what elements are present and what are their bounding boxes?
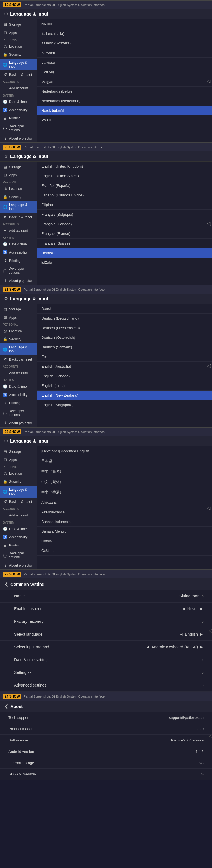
sidebar-item-accessibility[interactable]: ♿ Accessibility: [0, 248, 37, 256]
nav-right-arrow[interactable]: ►: [200, 607, 204, 611]
sidebar-item-datetime[interactable]: 🕐 Date & time: [0, 525, 37, 533]
sidebar-item-printing[interactable]: 🖨 Printing: [0, 256, 37, 265]
sidebar-item-printing[interactable]: 🖨 Printing: [0, 541, 37, 549]
sidebar-item-backup[interactable]: ↺ Backup & reset: [0, 498, 37, 506]
back-button[interactable]: ❮: [4, 581, 8, 587]
sidebar-item-language[interactable]: 🌐 Language & input: [0, 343, 37, 355]
sidebar-item-apps[interactable]: ⊞ Apps: [0, 29, 37, 37]
language-item[interactable]: English (Singapore): [37, 400, 212, 410]
sidebar-item-add-account[interactable]: + Add account: [0, 84, 37, 92]
language-item[interactable]: Lietuvių: [37, 67, 212, 77]
sidebar-item-about[interactable]: ℹ About projector: [0, 277, 37, 285]
common-row-4[interactable]: Select input method ◄ Android Keyboard (…: [0, 641, 212, 653]
language-item[interactable]: Eesti: [37, 352, 212, 362]
sidebar-item-developer[interactable]: { } Developer options: [0, 407, 37, 419]
language-item[interactable]: 中文（香港）: [37, 487, 212, 498]
nav-left-arrow[interactable]: ◄: [146, 645, 150, 649]
language-item[interactable]: 中文（繁体）: [37, 477, 212, 487]
language-list[interactable]: Dansk Deutsch (Deutschland) Deutsch (Lie…: [37, 304, 212, 427]
sidebar-item-backup[interactable]: ↺ Backup & reset: [0, 70, 37, 79]
language-item[interactable]: isiZulu: [37, 258, 212, 268]
common-row-0[interactable]: Name Sitting room ›: [0, 590, 212, 602]
sidebar-item-datetime[interactable]: 🕐 Date & time: [0, 98, 37, 106]
language-item[interactable]: English (Canada): [37, 371, 212, 381]
sidebar-item-datetime[interactable]: 🕐 Date & time: [0, 240, 37, 248]
language-item[interactable]: Latviešu: [37, 58, 212, 67]
nav-right-arrow[interactable]: ►: [200, 632, 204, 637]
sidebar-item-security[interactable]: 🔒 Security: [0, 51, 37, 59]
language-item[interactable]: 中文（简体）: [37, 466, 212, 477]
sidebar-item-about[interactable]: ℹ About projector: [0, 561, 37, 569]
language-item[interactable]: Español (España): [37, 181, 212, 190]
language-item[interactable]: Čeština: [37, 546, 212, 556]
sidebar-item-security[interactable]: 🔒 Security: [0, 477, 37, 486]
sidebar-item-storage[interactable]: ▤ Storage: [0, 305, 37, 313]
sidebar-item-security[interactable]: 🔒 Security: [0, 335, 37, 343]
nav-left-arrow[interactable]: ◄: [182, 607, 186, 611]
language-item[interactable]: Català: [37, 536, 212, 546]
sidebar-item-printing[interactable]: 🖨 Printing: [0, 399, 37, 407]
language-item[interactable]: English (United Kingdom): [37, 162, 212, 171]
language-item[interactable]: English (Australia): [37, 362, 212, 371]
sidebar-item-accessibility[interactable]: ♿ Accessibility: [0, 391, 37, 399]
language-item[interactable]: Français (Belgique): [37, 210, 212, 219]
language-item[interactable]: Français (Suisse): [37, 239, 212, 248]
language-item[interactable]: Deutsch (Österreich): [37, 333, 212, 342]
language-item[interactable]: English (United States): [37, 171, 212, 181]
language-list[interactable]: English (United Kingdom) English (United…: [37, 162, 212, 285]
common-row-6[interactable]: Setting skin ›: [0, 666, 212, 679]
common-row-7[interactable]: Advanced settings ›: [0, 679, 212, 692]
language-item[interactable]: English (India): [37, 381, 212, 391]
sidebar-item-accessibility[interactable]: ♿ Accessibility: [0, 106, 37, 114]
sidebar-item-storage[interactable]: ▤ Storage: [0, 20, 37, 29]
sidebar-item-storage[interactable]: ▤ Storage: [0, 447, 37, 456]
sidebar-item-storage[interactable]: ▤ Storage: [0, 163, 37, 171]
sidebar-item-add-account[interactable]: + Add account: [0, 511, 37, 519]
sidebar-item-accessibility[interactable]: ♿ Accessibility: [0, 533, 37, 541]
sidebar-item-security[interactable]: 🔒 Security: [0, 193, 37, 201]
language-item[interactable]: Nederlands (Nederland): [37, 96, 212, 106]
sidebar-item-datetime[interactable]: 🕐 Date & time: [0, 382, 37, 391]
nav-left-arrow[interactable]: ◄: [179, 632, 183, 637]
language-item[interactable]: Hrvatski: [37, 248, 212, 258]
language-item[interactable]: [Developer] Accented English: [37, 446, 212, 456]
sidebar-item-add-account[interactable]: + Add account: [0, 226, 37, 235]
sidebar-item-backup[interactable]: ↺ Backup & reset: [0, 355, 37, 363]
language-item[interactable]: Azərbaycanca: [37, 507, 212, 517]
sidebar-item-printing[interactable]: 🖨 Printing: [0, 114, 37, 122]
language-list[interactable]: isiZulu Italiano (Italia) Italiano (Sviz…: [37, 19, 212, 142]
sidebar-item-about[interactable]: ℹ About projector: [0, 419, 37, 427]
language-item[interactable]: Italiano (Italia): [37, 29, 212, 38]
sidebar-item-location[interactable]: ◎ Location: [0, 327, 37, 335]
sidebar-item-backup[interactable]: ↺ Backup & reset: [0, 213, 37, 221]
sidebar-item-language[interactable]: 🌐 Language & input: [0, 486, 37, 498]
sidebar-item-location[interactable]: ◎ Location: [0, 469, 37, 477]
language-item[interactable]: Italiano (Svizzera): [37, 38, 212, 48]
language-item[interactable]: Dansk: [37, 304, 212, 314]
sidebar-item-location[interactable]: ◎ Location: [0, 185, 37, 193]
language-item[interactable]: Nederlands (België): [37, 87, 212, 96]
language-item[interactable]: Kiswahili: [37, 48, 212, 58]
language-list[interactable]: [Developer] Accented English 日本語 中文（简体） …: [37, 446, 212, 569]
language-item[interactable]: Français (Canada): [37, 219, 212, 229]
sidebar-item-language[interactable]: 🌐 Language & input: [0, 201, 37, 213]
common-row-2[interactable]: Factory recovery ›: [0, 615, 212, 628]
language-item[interactable]: Filipino: [37, 200, 212, 210]
language-item[interactable]: Español (Estados Unidos): [37, 190, 212, 200]
nav-right-arrow[interactable]: ►: [200, 645, 204, 649]
language-item[interactable]: Bahasa Melayu: [37, 527, 212, 536]
sidebar-item-developer[interactable]: { } Developer options: [0, 549, 37, 561]
sidebar-item-apps[interactable]: ⊞ Apps: [0, 313, 37, 321]
language-item[interactable]: Polski: [37, 116, 212, 125]
sidebar-item-add-account[interactable]: + Add account: [0, 369, 37, 377]
language-item[interactable]: English (New Zealand): [37, 391, 212, 400]
sidebar-item-language[interactable]: 🌐 Language & input: [0, 59, 37, 70]
common-row-5[interactable]: Date & time settings ›: [0, 653, 212, 666]
sidebar-item-developer[interactable]: { } Developer options: [0, 122, 37, 134]
language-item[interactable]: Français (France): [37, 229, 212, 239]
sidebar-item-apps[interactable]: ⊞ Apps: [0, 456, 37, 464]
sidebar-item-developer[interactable]: { } Developer options: [0, 265, 37, 277]
language-item[interactable]: Norsk bokmål: [37, 106, 212, 116]
language-item[interactable]: isiZulu: [37, 19, 212, 29]
language-item[interactable]: Magyar: [37, 77, 212, 87]
